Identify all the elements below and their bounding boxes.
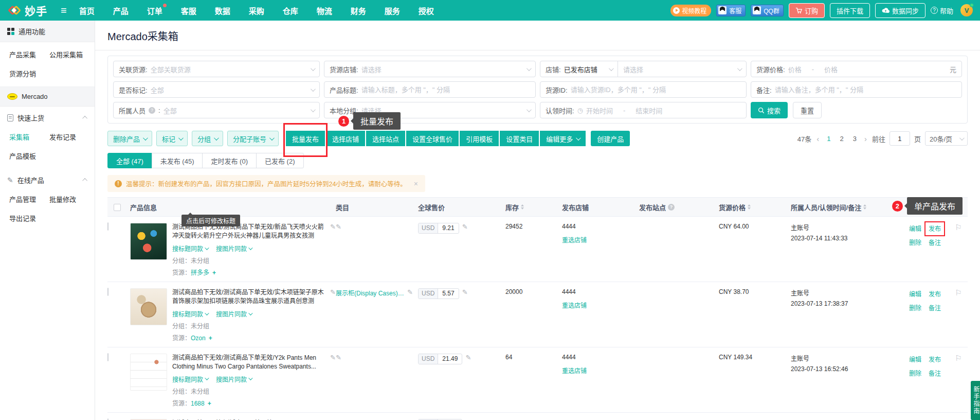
publish-link[interactable]: 发布 [929,355,941,363]
edit-more-button[interactable]: 编辑更多 [540,131,586,146]
reselect-shop-link[interactable]: 重选店铺 [562,301,639,309]
edit-price-icon[interactable]: ✎ [462,288,468,296]
source-link[interactable]: Ozon [191,335,206,342]
next-page-button[interactable]: › [863,134,868,143]
nav-item-services[interactable]: 服务 [385,5,400,16]
assign-subaccount-button[interactable]: 分配子账号 [227,131,279,146]
owner-select[interactable]: 所属人员 ? : 全部 [113,102,320,118]
goto-page-input[interactable] [890,131,910,146]
nav-item-home[interactable]: 首页 [79,5,95,16]
sort-icon[interactable] [748,204,751,209]
publish-link[interactable]: 发布 [929,289,941,298]
sidebar-section-mercado[interactable]: Mercado [0,87,95,107]
sidebar-item-publish-record[interactable]: 发布记录 [49,132,89,142]
tab-scheduled[interactable]: 定时发布 (0) [202,153,257,168]
source-price-range[interactable]: 货源价格: 价格 - 价格 元 [751,61,962,77]
mark-button[interactable]: 标记 [156,131,188,146]
edit-link[interactable]: 编辑 [909,355,921,363]
sidebar-item-product-collect[interactable]: 产品采集 [9,49,49,59]
qq-support-badge[interactable]: 客服 [716,5,746,16]
edit-title-icon[interactable]: ✎ [330,223,336,276]
help-button[interactable]: ?帮助 [931,6,953,15]
nav-item-finance[interactable]: 财务 [351,5,366,16]
edit-link[interactable]: 编辑 [909,289,921,298]
avatar[interactable]: V [960,4,973,16]
add-source-icon[interactable]: + [209,335,212,342]
app-logo[interactable]: 妙手 [7,3,47,18]
row-checkbox[interactable] [107,353,108,361]
add-source-icon[interactable]: + [208,400,211,407]
sidebar-section-general[interactable]: 通用功能 [0,21,95,42]
sidebar-group-quick-listing[interactable]: 快速上货 [0,107,95,129]
search-same-title-link[interactable]: 搜标题同款 [172,309,208,318]
set-category-button[interactable]: 设置类目 [500,131,539,146]
source-id-field[interactable]: 货源ID: [540,81,747,98]
header-cost[interactable]: 货源价格 [719,202,791,212]
sort-icon[interactable] [863,204,866,209]
newbie-guide-tab[interactable]: 新手指南 [971,381,980,420]
edit-price-icon[interactable]: ✎ [465,354,471,361]
select-site-button[interactable]: 选择站点 [366,131,405,146]
edit-title-icon[interactable]: ✎ [330,354,336,407]
add-source-icon[interactable]: + [212,269,216,276]
source-id-input[interactable] [571,86,741,94]
mark-select[interactable]: 是否标记: 全部 [113,81,320,98]
remark-link[interactable]: 备注 [929,369,941,377]
sidebar-item-batch-edit[interactable]: 批量修改 [49,194,89,204]
sidebar-item-product-template[interactable]: 产品模板 [9,151,49,161]
sidebar-item-supply[interactable]: 货源分销 [9,68,49,78]
nav-item-product[interactable]: 产品 [113,5,129,16]
nav-item-order[interactable]: 订单 [147,5,162,16]
nav-item-service[interactable]: 客服 [181,5,196,16]
search-same-image-link[interactable]: 搜图片同款 [216,309,251,318]
page-1-button[interactable]: 1 [824,135,833,143]
search-same-title-link[interactable]: 搜标题同款 [172,375,208,383]
delete-link[interactable]: 删除 [909,238,921,247]
nav-item-logistics[interactable]: 物流 [317,5,332,16]
product-image[interactable] [130,354,167,391]
qq-group-badge[interactable]: QQ群 [751,5,784,16]
page-3-button[interactable]: 3 [850,135,859,143]
sidebar-item-export-record[interactable]: 导出记录 [9,213,49,223]
product-title[interactable]: 测试商品拍下无效/测试商品下单无效/实木项链架子原木首饰展示架加扣项链展示架饰品… [172,288,325,306]
product-image[interactable] [130,223,167,260]
related-source-select[interactable]: 关联货源: 全部关联货源 [113,61,320,77]
flag-icon[interactable]: ⚐ [949,223,968,276]
edit-category-icon[interactable]: ✎ [407,288,413,296]
sidebar-item-public-box[interactable]: 公用采集箱 [49,49,89,59]
source-shop-select[interactable]: 货源店铺: 请选择 [324,61,536,77]
remark-input[interactable] [775,86,956,94]
search-same-title-link[interactable]: 搜标题同款 [172,244,208,253]
search-same-image-link[interactable]: 搜图片同款 [216,244,251,253]
video-tutorial-badge[interactable]: 视频教程 [670,5,711,16]
edit-title-icon[interactable]: ✎ [330,288,336,342]
edit-category-icon[interactable]: ✎ [336,354,341,361]
sort-icon[interactable] [521,204,524,209]
shop-select[interactable]: 请选择 [618,61,747,77]
select-shop-button[interactable]: 选择店铺 [326,131,365,146]
header-owner[interactable]: 所属人员/认领时间/备注 [791,202,909,212]
tab-published[interactable]: 已发布 (2) [256,153,304,168]
remark-field[interactable]: 备注: [751,81,962,98]
source-link[interactable]: 拼多多 [191,269,209,276]
edit-price-icon[interactable]: ✎ [462,223,468,231]
sidebar-group-online-products[interactable]: ✎ 在线产品 [0,169,95,191]
nav-item-auth[interactable]: 授权 [419,5,434,16]
search-same-image-link[interactable]: 搜图片同款 [216,375,251,383]
flag-icon[interactable]: ⚐ [949,288,968,342]
page-2-button[interactable]: 2 [837,135,846,143]
select-all-checkbox[interactable] [114,204,121,211]
product-title-field[interactable]: 产品标题: [324,81,536,98]
set-global-price-button[interactable]: 设置全球售价 [406,131,459,146]
reselect-shop-link[interactable]: 重选店铺 [562,235,639,244]
publish-link[interactable]: 发布 [929,224,941,233]
edit-category-icon[interactable]: ✎ [336,223,341,231]
remark-link[interactable]: 备注 [929,238,941,247]
nav-item-warehouse[interactable]: 仓库 [283,5,298,16]
tab-all[interactable]: 全部 (47) [107,153,152,168]
sidebar-item-collect-box[interactable]: 采集箱 [9,132,49,142]
search-button[interactable]: 搜索 [751,102,788,118]
page-size-select[interactable]: 20条/页 [925,131,968,146]
create-product-button[interactable]: 创建产品 [591,131,630,146]
claim-time-range[interactable]: 认领时间: ◷ 开始时间 - 结束时间 [540,102,747,118]
